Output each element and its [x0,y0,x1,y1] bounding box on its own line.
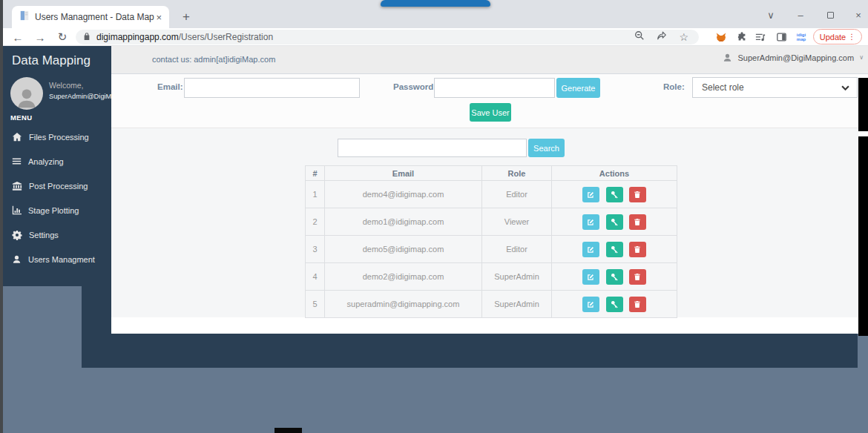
zoom-out-icon[interactable] [634,30,645,44]
role-selected-value: Select role [702,82,744,93]
sidebar-item-label: Post Processing [29,182,88,191]
idigimap-extension-icon[interactable]: idigimap [793,30,809,44]
sidebar-item-stage-plotting[interactable]: Stage Plotting [3,198,111,222]
window-close-button[interactable]: × [846,6,868,24]
delete-user-button[interactable] [629,297,646,312]
reset-password-button[interactable] [606,214,623,230]
role-select[interactable]: Select role [692,77,858,98]
col-header-email: Email [325,166,482,181]
sidebar-item-files-processing[interactable]: Files Processing [3,125,111,149]
update-label: Update [820,33,846,42]
sidebar-item-label: Stage Plotting [28,206,79,215]
side-panel-icon[interactable] [774,30,789,44]
chrome-update-button[interactable]: Update ⋮ [813,29,862,44]
email-input[interactable] [184,78,360,98]
delete-user-button[interactable] [629,214,646,230]
edit-user-button[interactable] [582,187,599,202]
overlay-window-edge [381,0,490,7]
bookmark-star-icon[interactable]: ☆ [679,31,688,43]
reset-password-button[interactable] [606,297,623,312]
col-header-role: Role [482,166,552,181]
trash-icon [634,245,641,254]
tab-strip: Users Managment - Data Mappin × + ∨ – × [0,0,868,28]
new-tab-button[interactable]: + [177,7,196,27]
col-header-actions: Actions [552,166,677,181]
edit-user-button[interactable] [582,242,599,257]
edit-user-button[interactable] [582,269,599,285]
table-row: 4 demo2@idigimap.com SuperAdmin [306,263,677,291]
key-icon [611,273,619,281]
reset-password-button[interactable] [606,242,623,257]
tab-close-icon[interactable]: × [154,12,163,23]
bar-chart-icon [12,205,22,215]
browser-window: Users Managment - Data Mappin × + ∨ – × … [0,0,868,433]
reset-password-button[interactable] [606,187,623,202]
delete-user-button[interactable] [629,187,646,202]
sidebar: Data Mapping Welcome, SuperAdmin@DigiMap… [3,46,111,286]
metamask-extension-icon[interactable] [714,30,729,44]
sidebar-item-analyzing[interactable]: Analyzing [3,149,111,173]
right-edge-strip-gap [858,131,868,136]
sidebar-item-post-processing[interactable]: Post Processing [3,173,111,198]
content-lower-strip [111,317,858,334]
cell-actions [552,291,677,318]
cell-email: demo4@idigimap.com [325,181,482,208]
search-input[interactable] [338,139,527,157]
extensions-puzzle-icon[interactable] [734,30,749,44]
sidebar-item-label: Users Managment [28,255,95,264]
tab-title: Users Managment - Data Mappin [35,12,154,22]
sidebar-item-settings[interactable]: Settings [3,222,111,247]
menu-section-label: MENU [10,113,33,122]
generate-button[interactable]: Generate [556,78,600,98]
right-edge-black-strip [858,78,868,336]
trash-icon [634,191,641,199]
window-chevron-button[interactable]: ∨ [758,6,783,24]
password-label: Password: [393,82,436,91]
table-row: 1 demo4@idigimap.com Editor [306,181,677,208]
cell-role: Editor [482,236,552,263]
password-input[interactable] [434,78,555,98]
cell-num: 3 [306,236,325,263]
sidebar-item-users-managment[interactable]: Users Managment [3,247,111,271]
window-minimize-button[interactable]: – [788,6,813,24]
forward-button[interactable]: → [31,29,49,45]
edit-user-button[interactable] [582,297,599,312]
edit-icon [587,245,595,254]
user-icon [723,53,732,62]
cell-num: 1 [306,181,325,208]
bottom-black-sliver [274,428,302,433]
account-dropdown[interactable]: SuperAdmin@DigiMapping.com ∨ [723,53,864,62]
browser-menu-icon[interactable]: ⋮ [848,33,855,41]
gear-icon [12,230,22,240]
window-left-border [0,0,3,433]
app-brand: Data Mapping [12,53,91,68]
cell-role: Editor [482,181,552,208]
key-icon [611,300,619,308]
bars-icon [12,156,22,166]
cell-role: SuperAdmin [482,291,552,318]
cell-role: Viewer [482,208,552,236]
delete-user-button[interactable] [629,242,646,257]
browser-tab[interactable]: Users Managment - Data Mappin × [12,6,169,28]
share-icon[interactable] [657,30,667,44]
cell-num: 5 [306,291,325,318]
save-user-button[interactable]: Save User [470,103,511,122]
search-button[interactable]: Search [528,139,565,157]
refresh-button[interactable]: ↻ [53,29,71,45]
table-header-row: # Email Role Actions [306,166,677,181]
reset-password-button[interactable] [606,269,623,285]
window-maximize-button[interactable] [818,6,843,24]
back-button[interactable]: ← [9,29,27,45]
delete-user-button[interactable] [629,269,646,285]
sidebar-menu: Files Processing Analyzing Post Processi… [3,125,111,271]
reading-list-icon[interactable] [753,30,768,44]
address-bar[interactable]: digimappingapp.com/Users/UserRegistratio… [76,30,699,44]
edit-icon [587,191,595,199]
cell-num: 4 [306,263,325,291]
edit-user-button[interactable] [582,214,599,230]
sidebar-item-label: Analyzing [28,157,64,166]
cell-actions [552,236,677,263]
trash-icon [634,273,641,281]
chevron-down-icon: ∨ [859,54,864,61]
avatar [10,77,43,110]
